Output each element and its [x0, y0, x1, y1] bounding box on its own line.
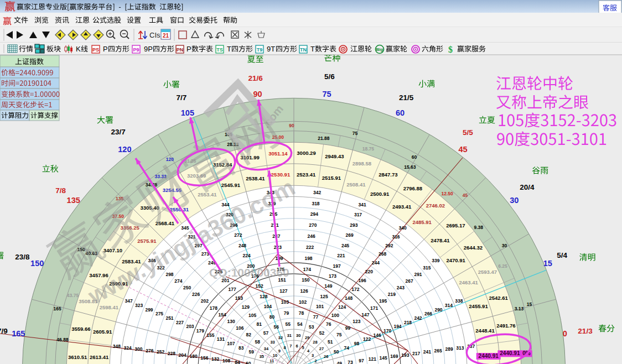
- svg-text:171: 171: [370, 305, 378, 311]
- svg-text:293: 293: [350, 222, 357, 228]
- svg-text:251: 251: [165, 315, 173, 321]
- svg-text:204: 204: [179, 352, 186, 358]
- svg-text:275: 275: [156, 311, 163, 316]
- svg-text:15: 15: [527, 301, 532, 307]
- svg-text:55: 55: [285, 321, 291, 327]
- svg-text:7/8: 7/8: [55, 186, 66, 195]
- svg-text:78: 78: [299, 310, 304, 316]
- svg-text:75: 75: [322, 90, 331, 98]
- svg-text:90: 90: [289, 123, 294, 128]
- svg-text:60: 60: [412, 154, 417, 160]
- svg-text:T: T: [227, 45, 231, 53]
- svg-text:123: 123: [353, 319, 360, 324]
- svg-text:126: 126: [300, 288, 308, 294]
- svg-text:2575.91: 2575.91: [137, 238, 157, 244]
- svg-text:2485.91: 2485.91: [413, 219, 432, 225]
- svg-text:11: 11: [269, 358, 274, 363]
- svg-text:54: 54: [297, 321, 303, 327]
- svg-text:27: 27: [319, 346, 324, 351]
- svg-text:$: $: [448, 45, 453, 54]
- svg-text:2898.58: 2898.58: [353, 160, 371, 167]
- svg-text:294: 294: [310, 211, 318, 217]
- svg-text:3: 3: [312, 353, 314, 358]
- svg-text:29: 29: [305, 335, 309, 340]
- svg-text:291: 291: [414, 272, 422, 277]
- svg-text:244: 244: [372, 260, 380, 266]
- svg-text:15.63: 15.63: [404, 164, 416, 170]
- svg-text:342: 342: [313, 190, 321, 195]
- svg-text:196: 196: [359, 278, 366, 283]
- svg-text:59: 59: [249, 349, 255, 355]
- svg-text:318: 318: [312, 201, 319, 206]
- svg-text:75: 75: [353, 131, 358, 136]
- svg-text:TN: TN: [300, 47, 307, 53]
- svg-text:60: 60: [396, 108, 405, 117]
- svg-text:83: 83: [239, 345, 244, 351]
- svg-text:2440.91: 2440.91: [500, 350, 520, 356]
- svg-text:2746.02: 2746.02: [426, 202, 445, 209]
- svg-text:33: 33: [270, 340, 274, 345]
- svg-text:2523.41: 2523.41: [297, 171, 316, 178]
- svg-text:132: 132: [211, 356, 219, 362]
- svg-text:P: P: [103, 45, 108, 53]
- svg-text:173: 173: [329, 273, 336, 279]
- svg-text:5/6: 5/6: [324, 72, 335, 81]
- svg-text:51: 51: [328, 339, 333, 345]
- svg-text:30: 30: [296, 333, 300, 338]
- svg-text:135: 135: [67, 196, 80, 205]
- svg-text:3.13: 3.13: [515, 306, 524, 311]
- svg-text:77: 77: [313, 314, 319, 320]
- svg-text:26: 26: [324, 354, 328, 359]
- svg-text:120: 120: [118, 145, 131, 154]
- svg-text:150: 150: [30, 259, 44, 268]
- svg-text:98: 98: [354, 341, 360, 346]
- svg-text:21.88: 21.88: [318, 136, 330, 141]
- svg-text:QQ:100800360: QQ:100800360: [209, 266, 289, 279]
- svg-text:15: 15: [543, 259, 552, 268]
- svg-text:122: 122: [363, 336, 371, 342]
- svg-text:7/7: 7/7: [176, 93, 186, 102]
- svg-text:172: 172: [351, 287, 359, 292]
- svg-text:224: 224: [243, 253, 251, 258]
- svg-text:338: 338: [455, 298, 463, 304]
- svg-text:228: 228: [168, 351, 175, 356]
- svg-text:180: 180: [190, 353, 198, 359]
- svg-text:221: 221: [337, 253, 345, 258]
- svg-text:5: 5: [302, 345, 304, 350]
- svg-text:P: P: [186, 45, 191, 53]
- svg-text:2455.91: 2455.91: [469, 303, 488, 309]
- svg-text:45: 45: [459, 145, 468, 154]
- svg-text:107: 107: [227, 341, 235, 346]
- svg-text:73: 73: [348, 360, 353, 364]
- svg-text:58: 58: [255, 339, 260, 345]
- svg-text:274: 274: [174, 278, 182, 284]
- svg-text:2: 2: [315, 358, 317, 363]
- svg-text:270: 270: [309, 222, 317, 228]
- svg-text:7: 7: [289, 344, 292, 349]
- svg-text:269: 269: [346, 232, 354, 238]
- svg-text:121: 121: [369, 356, 376, 362]
- svg-text:75: 75: [336, 332, 342, 337]
- svg-text:46.88: 46.88: [56, 337, 69, 342]
- svg-text:203: 203: [186, 324, 194, 329]
- svg-text:146: 146: [374, 332, 381, 338]
- svg-text:298: 298: [165, 272, 173, 277]
- svg-text:130: 130: [227, 319, 235, 324]
- svg-text:127: 127: [279, 288, 287, 294]
- svg-text:202: 202: [201, 298, 209, 304]
- svg-text:339: 339: [432, 258, 439, 263]
- svg-text:315: 315: [423, 265, 431, 271]
- svg-text:276: 276: [146, 348, 153, 353]
- svg-text:CIs: CIs: [149, 31, 160, 39]
- svg-text:104: 104: [264, 304, 272, 309]
- svg-text:5/5: 5/5: [463, 128, 473, 137]
- svg-text:2478.41: 2478.41: [431, 237, 450, 243]
- svg-text:PS: PS: [92, 47, 99, 53]
- svg-text:195: 195: [379, 298, 387, 304]
- svg-text:193: 193: [401, 352, 409, 358]
- svg-text:2448.41: 2448.41: [475, 327, 495, 334]
- svg-text:102: 102: [299, 299, 307, 305]
- svg-text:2545.91: 2545.91: [221, 182, 241, 188]
- svg-text:21/3: 21/3: [578, 327, 593, 335]
- svg-text:124: 124: [338, 304, 346, 310]
